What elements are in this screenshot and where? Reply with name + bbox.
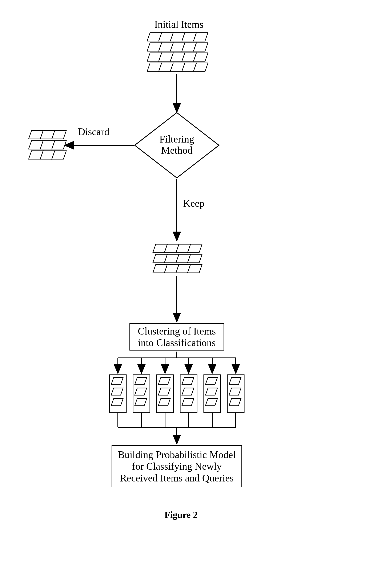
- building-model-box: Building Probabilistic Model for Classif…: [112, 445, 242, 487]
- building-line2: for Classifying Newly: [132, 461, 222, 472]
- diagram-svg: [0, 0, 369, 588]
- discard-label: Discard: [78, 126, 120, 137]
- clustering-line1: Clustering of Items: [138, 325, 216, 337]
- discard-items-grid: [29, 131, 66, 159]
- figure-caption: Figure 2: [160, 509, 202, 520]
- building-line3: Received Items and Queries: [120, 472, 234, 484]
- filtering-line1: Filtering: [159, 134, 194, 145]
- initial-items-grid: [147, 33, 208, 71]
- filtering-method-label: Filtering Method: [156, 134, 198, 156]
- filtering-line2: Method: [161, 145, 192, 156]
- cluster-boxes: [110, 375, 244, 413]
- initial-items-label: Initial Items: [147, 19, 211, 30]
- keep-label: Keep: [183, 198, 215, 209]
- clustering-box: Clustering of Items into Classifications: [129, 323, 224, 351]
- keep-items-grid: [153, 244, 202, 273]
- clustering-line2: into Classifications: [138, 337, 215, 348]
- building-line1: Building Probabilistic Model: [118, 449, 236, 460]
